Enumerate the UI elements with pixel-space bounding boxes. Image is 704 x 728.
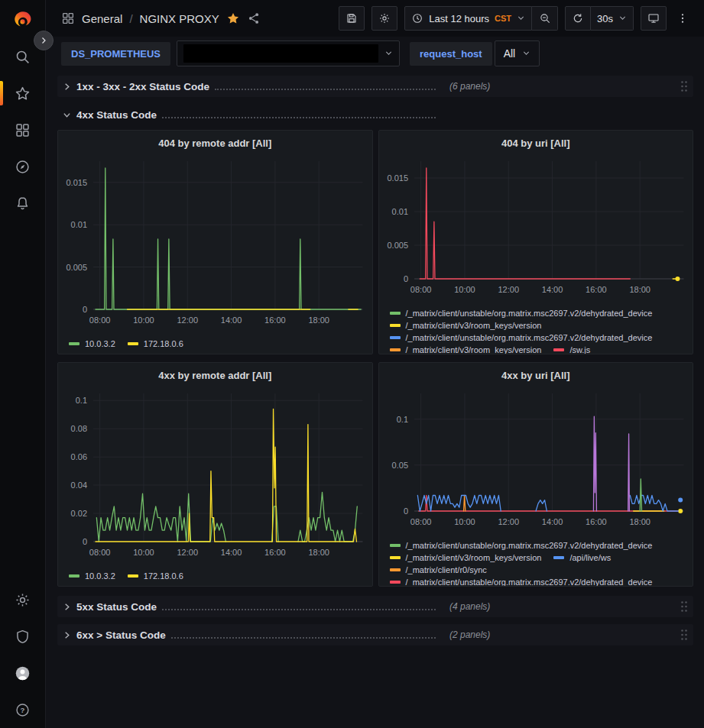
svg-text:0.005: 0.005 [387,241,408,250]
time-series-chart[interactable]: 08:0010:0012:0014:0016:0018:0000.020.040… [58,384,372,568]
sidebar-item-profile[interactable] [0,655,46,691]
dashboard-variables-bar: DS_PROMETHEUS request_host All [46,37,704,70]
row-title: 1xx - 3xx - 2xx Status Code [76,81,209,92]
legend-label: 10.0.3.2 [85,571,115,581]
row-4xx-status-code[interactable]: 4xx Status Code [57,104,693,125]
sidebar-item-explore[interactable] [0,148,46,185]
sidebar-item-server-admin[interactable] [0,618,46,655]
grafana-app: ? General / NGINX PROXY [0,0,704,728]
chevron-right-icon [39,36,48,45]
zoom-out-icon [539,12,551,24]
svg-text:0.015: 0.015 [387,173,408,183]
tv-mode-button[interactable] [641,6,667,31]
legend-item[interactable]: /_matrix/client/unstable/org.matrix.msc2… [390,333,653,342]
search-icon [15,49,31,65]
row-panel-count: (2 panels) [449,629,490,640]
panel-title[interactable]: 404 by remote addr [All] [58,131,372,152]
legend-item[interactable]: 10.0.3.2 [69,571,115,581]
dashboards-grid-icon [15,122,31,138]
dashboard-settings-button[interactable] [371,6,397,31]
svg-text:08:00: 08:00 [89,315,111,325]
breadcrumb-folder[interactable]: General [82,12,122,25]
sidebar-expand-button[interactable] [34,31,54,50]
variable-datasource-label[interactable]: DS_PROMETHEUS [61,42,170,66]
legend-item[interactable]: /_matrix/client/unstable/org.matrix.msc2… [390,578,653,587]
refresh-icon [572,12,584,24]
svg-text:0.04: 0.04 [71,480,87,490]
legend-label: 10.0.3.2 [85,339,115,348]
legend-label: /_matrix/client/unstable/org.matrix.msc2… [406,541,653,550]
chevron-right-icon [63,603,71,611]
refresh-button[interactable] [565,6,591,31]
favorite-star-icon[interactable] [226,11,240,25]
row-drag-handle[interactable] [680,80,688,92]
variable-datasource-select[interactable] [177,40,400,66]
grafana-logo[interactable] [12,10,34,34]
row-panel-count: (6 panels) [449,81,490,92]
svg-text:12:00: 12:00 [498,517,519,526]
legend-swatch [390,568,401,571]
legend-swatch [128,574,138,578]
legend-swatch [390,324,401,327]
legend-item[interactable]: /sw.js [553,345,590,354]
legend-item[interactable]: 172.18.0.6 [128,339,183,348]
row-6xx-status-code[interactable]: 6xx > Status Code (2 panels) [57,624,693,645]
time-series-chart[interactable]: 08:0010:0012:0014:0016:0018:0000.050.1 [379,384,693,537]
svg-text:0: 0 [403,506,407,516]
legend-item[interactable]: 172.18.0.6 [128,571,183,581]
panel-row-4xx: 4xx by remote addr [All] 08:0010:0012:00… [57,362,693,587]
legend-label: /_matrix/client/v3/room_keys/version [406,345,542,354]
legend-item[interactable]: /_matrix/client/v3/room_keys/version [390,553,542,562]
row-1xx-3xx-2xx-status-code[interactable]: 1xx - 3xx - 2xx Status Code (6 panels) [57,76,693,97]
sidebar-item-dashboards[interactable] [0,112,46,148]
legend-swatch [553,556,564,559]
time-series-chart[interactable]: 08:0010:0012:0014:0016:0018:0000.0050.01… [58,152,372,335]
chart-legend: 10.0.3.2172.18.0.6 [58,568,372,587]
chart-legend: 10.0.3.2172.18.0.6 [58,335,372,354]
svg-text:0.01: 0.01 [71,220,87,229]
legend-item[interactable]: /_matrix/client/r0/sync [390,565,487,574]
refresh-interval-picker[interactable]: 30s [591,6,634,31]
row-5xx-status-code[interactable]: 5xx Status Code (4 panels) [57,596,693,617]
zoom-out-time-button[interactable] [532,6,558,31]
legend-row: 10.0.3.2172.18.0.6 [69,571,369,581]
legend-row: /_matrix/client/unstable/org.matrix.msc2… [390,541,690,550]
sidebar-item-configuration[interactable] [0,581,46,618]
time-series-chart[interactable]: 08:0010:0012:0014:0016:0018:0000.0050.01… [379,152,693,305]
legend-item[interactable]: /_matrix/client/unstable/org.matrix.msc2… [390,541,653,550]
save-dashboard-button[interactable] [339,6,365,31]
svg-text:0.05: 0.05 [391,461,407,470]
svg-text:0.015: 0.015 [66,178,87,187]
sidebar-item-starred[interactable] [0,75,46,112]
sidebar-item-alerting[interactable] [0,185,46,222]
dotted-leader [171,637,436,639]
breadcrumb-dashboard-title[interactable]: NGINX PROXY [140,12,219,25]
variable-request-host-select[interactable]: All [495,40,540,66]
svg-text:18:00: 18:00 [308,315,329,325]
legend-item[interactable]: /_matrix/client/v3/room_keys/version [390,345,542,354]
dashboard-topbar: General / NGINX PROXY [46,0,704,37]
svg-text:16:00: 16:00 [586,285,607,294]
legend-item[interactable]: /_matrix/client/unstable/org.matrix.msc2… [390,309,653,318]
legend-item[interactable]: /_matrix/client/v3/room_keys/version [390,321,542,330]
share-icon[interactable] [247,11,261,25]
row-drag-handle[interactable] [680,600,688,613]
more-options-button[interactable] [673,6,692,31]
panel-title[interactable]: 4xx by remote addr [All] [58,363,372,384]
row-drag-handle[interactable] [680,629,688,641]
legend-row: /_matrix/client/v3/room_keys/version/api… [390,553,690,562]
chart-legend: /_matrix/client/unstable/org.matrix.msc2… [379,537,693,587]
panel-title[interactable]: 4xx by uri [All] [379,363,693,384]
time-range-picker[interactable]: Last 12 hours CST [404,6,532,31]
row-panel-count: (4 panels) [449,601,490,612]
legend-label: /_matrix/client/v3/room_keys/version [406,553,542,562]
legend-item[interactable]: /api/live/ws [553,553,611,562]
variable-request-host-label[interactable]: request_host [410,42,492,66]
legend-item[interactable]: 10.0.3.2 [69,339,115,348]
svg-text:12:00: 12:00 [498,285,519,294]
sidebar-item-help[interactable]: ? [0,691,46,728]
panel-title[interactable]: 404 by uri [All] [379,131,693,152]
legend-label: 172.18.0.6 [144,339,183,348]
breadcrumb-separator: / [129,12,132,25]
legend-row: /_matrix/client/v3/room_keys/version [390,321,690,330]
